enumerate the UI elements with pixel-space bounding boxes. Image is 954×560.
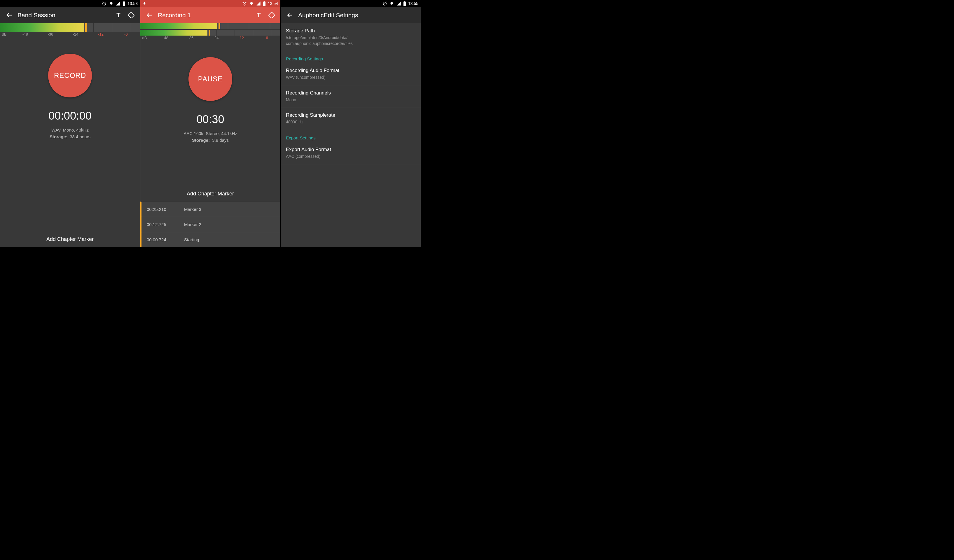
chapter-marker-list: Add Chapter Marker 00:25.210 Marker 3 00… xyxy=(140,186,281,247)
svg-rect-8 xyxy=(268,12,274,18)
meter-scale: dB -48 -36 -24 -12 -6 xyxy=(140,36,281,43)
format-info: WAV, Mono, 48kHz xyxy=(0,128,140,132)
setting-storage-path[interactable]: Storage Path /storage/emulated/0/Android… xyxy=(281,23,421,51)
marker-time: 00:00.724 xyxy=(147,237,170,242)
chapter-marker-row[interactable]: 00:25.210 Marker 3 xyxy=(140,202,281,217)
action-bar: AuphonicEdit Settings xyxy=(281,7,421,23)
level-meter: dB -48 -36 -24 -12 -6 xyxy=(0,23,140,39)
screen-settings: 13:55 AuphonicEdit Settings Storage Path… xyxy=(281,0,421,247)
signal-icon xyxy=(396,1,401,6)
signal-icon xyxy=(116,1,120,6)
back-button[interactable] xyxy=(283,12,297,19)
action-bar: Recording 1 T xyxy=(140,7,281,23)
back-button[interactable] xyxy=(143,12,157,19)
setting-recording-samplerate[interactable]: Recording Samplerate 48000 Hz xyxy=(281,107,421,130)
svg-rect-6 xyxy=(263,2,265,6)
storage-info: Storage: 3.8 days xyxy=(140,138,281,143)
add-chapter-marker-button[interactable]: Add Chapter Marker xyxy=(140,186,281,202)
page-title: Band Session xyxy=(16,12,112,19)
storage-info: Storage: 38.4 hours xyxy=(0,134,140,139)
status-bar: 13:55 xyxy=(281,0,421,7)
marker-label: Marker 2 xyxy=(184,222,201,227)
alarm-icon xyxy=(102,1,106,6)
text-tool-button[interactable]: T xyxy=(253,11,265,19)
alarm-icon xyxy=(382,1,387,6)
status-time: 13:55 xyxy=(408,1,418,6)
section-header-recording: Recording Settings xyxy=(281,51,421,63)
wifi-icon xyxy=(389,1,394,6)
settings-list: Storage Path /storage/emulated/0/Android… xyxy=(281,23,421,165)
timer-display: 00:00:00 xyxy=(0,110,140,122)
record-button[interactable]: RECORD xyxy=(48,54,92,97)
marker-label: Starting xyxy=(184,237,199,242)
section-header-export: Export Settings xyxy=(281,130,421,142)
status-time: 13:54 xyxy=(268,1,278,6)
chapter-marker-row[interactable]: 00:00.724 Starting xyxy=(140,232,281,247)
back-button[interactable] xyxy=(2,12,16,19)
page-title: AuphonicEdit Settings xyxy=(297,12,418,19)
rotate-button[interactable] xyxy=(125,11,138,19)
svg-rect-10 xyxy=(404,2,406,6)
status-bar: 13:54 xyxy=(140,0,281,7)
svg-rect-2 xyxy=(123,1,124,2)
chapter-marker-row[interactable]: 00:12.725 Marker 2 xyxy=(140,217,281,232)
marker-time: 00:12.725 xyxy=(147,222,170,227)
setting-recording-channels[interactable]: Recording Channels Mono xyxy=(281,86,421,108)
battery-icon xyxy=(263,1,266,6)
meter-scale: dB -48 -36 -24 -12 -6 xyxy=(0,32,140,39)
setting-export-format[interactable]: Export Audio Format AAC (compressed) xyxy=(281,142,421,165)
screen-recording-active: 13:54 Recording 1 T dB -48 -36 -24 -12 -… xyxy=(140,0,281,247)
text-tool-button[interactable]: T xyxy=(112,11,125,19)
svg-rect-7 xyxy=(264,1,265,2)
svg-rect-4 xyxy=(144,2,145,4)
action-bar: Band Session T xyxy=(0,7,140,23)
pause-button[interactable]: PAUSE xyxy=(189,57,232,101)
wifi-icon xyxy=(109,1,114,6)
status-bar: 13:53 xyxy=(0,0,140,7)
page-title: Recording 1 xyxy=(157,12,253,19)
level-meter: dB -48 -36 -24 -12 -6 xyxy=(140,23,281,43)
setting-recording-format[interactable]: Recording Audio Format WAV (uncompressed… xyxy=(281,63,421,86)
svg-rect-3 xyxy=(128,12,134,18)
timer-display: 00:30 xyxy=(140,113,281,126)
signal-icon xyxy=(256,1,261,6)
add-chapter-marker-button[interactable]: Add Chapter Marker xyxy=(0,232,140,247)
marker-label: Marker 3 xyxy=(184,207,201,212)
format-info: AAC 160k, Stereo, 44.1kHz xyxy=(140,131,281,136)
marker-time: 00:25.210 xyxy=(147,207,170,212)
wifi-icon xyxy=(249,1,254,6)
rotate-button[interactable] xyxy=(265,11,278,19)
battery-icon xyxy=(403,1,406,6)
battery-icon xyxy=(123,1,125,6)
status-time: 13:53 xyxy=(128,1,138,6)
svg-rect-11 xyxy=(404,1,405,2)
screen-record-idle: 13:53 Band Session T dB -48 -36 -24 -12 … xyxy=(0,0,140,247)
mic-icon xyxy=(143,1,146,6)
alarm-icon xyxy=(242,1,247,6)
svg-rect-1 xyxy=(123,2,125,6)
